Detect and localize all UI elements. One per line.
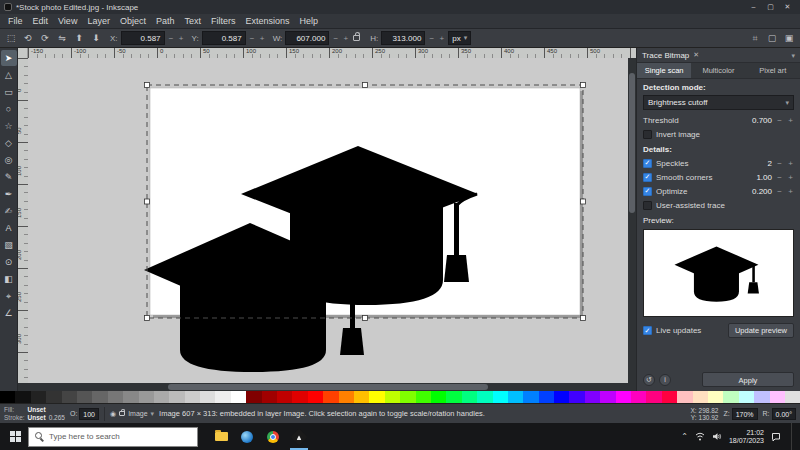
flip-horizontal-icon[interactable]: ⇋ bbox=[55, 33, 69, 43]
dropper-tool[interactable]: ⊙ bbox=[1, 254, 17, 270]
palette-swatch[interactable] bbox=[323, 391, 338, 403]
palette-swatch[interactable] bbox=[292, 391, 307, 403]
tab-pixel-art[interactable]: Pixel art bbox=[746, 63, 800, 78]
selector-tool[interactable]: ➤ bbox=[1, 50, 17, 66]
inkscape-taskbar-icon[interactable] bbox=[286, 423, 312, 450]
text-tool[interactable]: A bbox=[1, 220, 17, 236]
reset-settings-icon[interactable]: ↺ bbox=[643, 374, 655, 386]
palette-swatch[interactable] bbox=[246, 391, 261, 403]
palette-swatch[interactable] bbox=[62, 391, 77, 403]
threshold-decrease-button[interactable]: − bbox=[776, 116, 783, 125]
palette-swatch[interactable] bbox=[139, 391, 154, 403]
apply-button[interactable]: Apply bbox=[702, 372, 794, 387]
x-decrease-button[interactable]: − bbox=[168, 34, 175, 43]
palette-swatch[interactable] bbox=[723, 391, 738, 403]
circle-tool[interactable]: ○ bbox=[1, 101, 17, 117]
layer-lock-icon[interactable] bbox=[119, 411, 125, 416]
w-increase-button[interactable]: + bbox=[342, 34, 349, 43]
palette-swatch[interactable] bbox=[754, 391, 769, 403]
palette-swatch[interactable] bbox=[539, 391, 554, 403]
maximize-button[interactable]: ▢ bbox=[762, 3, 779, 11]
trace-info-icon[interactable]: i bbox=[659, 374, 671, 386]
layer-selector[interactable]: ◉ Image bbox=[110, 410, 154, 418]
palette-swatch[interactable] bbox=[92, 391, 107, 403]
dialog-close-icon[interactable]: ✕ bbox=[693, 51, 699, 59]
tray-expand-icon[interactable]: ⌃ bbox=[681, 432, 688, 441]
spiral-tool[interactable]: ◎ bbox=[1, 152, 17, 168]
palette-swatch[interactable] bbox=[585, 391, 600, 403]
palette-swatch[interactable] bbox=[169, 391, 184, 403]
snap-controls-icon[interactable]: ⌗ bbox=[748, 33, 762, 44]
palette-swatch[interactable] bbox=[308, 391, 323, 403]
opacity-value[interactable]: 100 bbox=[79, 408, 99, 420]
gradient-tool[interactable]: ▧ bbox=[1, 237, 17, 253]
palette-swatch[interactable] bbox=[493, 391, 508, 403]
palette-swatch[interactable] bbox=[385, 391, 400, 403]
rotation-control[interactable]: R: 0.00° bbox=[763, 408, 796, 420]
start-button[interactable] bbox=[2, 423, 28, 450]
palette-swatch[interactable] bbox=[616, 391, 631, 403]
palette-swatch[interactable] bbox=[400, 391, 415, 403]
y-increase-button[interactable]: + bbox=[259, 34, 266, 43]
units-dropdown[interactable]: px bbox=[448, 31, 471, 45]
taskbar-clock[interactable]: 21:02 18/07/2023 bbox=[729, 429, 764, 445]
speckles-value[interactable]: 2 bbox=[746, 159, 772, 168]
zoom-tool[interactable]: ⌖ bbox=[1, 288, 17, 304]
palette-swatch[interactable] bbox=[0, 391, 15, 403]
palette-swatch[interactable] bbox=[523, 391, 538, 403]
palette-swatch[interactable] bbox=[569, 391, 584, 403]
invert-image-checkbox[interactable] bbox=[643, 130, 652, 139]
palette-swatch[interactable] bbox=[477, 391, 492, 403]
optimize-checkbox[interactable] bbox=[643, 187, 652, 196]
palette-swatch[interactable] bbox=[369, 391, 384, 403]
star-tool[interactable]: ☆ bbox=[1, 118, 17, 134]
palette-swatch[interactable] bbox=[600, 391, 615, 403]
palette-swatch[interactable] bbox=[662, 391, 677, 403]
palette-swatch[interactable] bbox=[108, 391, 123, 403]
palette-swatch[interactable] bbox=[154, 391, 169, 403]
x-field[interactable]: 0.587 bbox=[121, 31, 165, 45]
menu-path[interactable]: Path bbox=[151, 14, 180, 29]
action-center-icon[interactable] bbox=[771, 432, 781, 442]
y-decrease-button[interactable]: − bbox=[249, 34, 256, 43]
taskbar-search[interactable]: Type here to search bbox=[28, 427, 198, 447]
palette-swatch[interactable] bbox=[770, 391, 785, 403]
palette-swatch[interactable] bbox=[231, 391, 246, 403]
zoom-page-icon[interactable]: ▣ bbox=[782, 33, 796, 44]
palette-swatch[interactable] bbox=[215, 391, 230, 403]
zoom-value[interactable]: 170% bbox=[732, 408, 758, 420]
tab-multicolor[interactable]: Multicolor bbox=[691, 63, 745, 78]
palette-swatch[interactable] bbox=[508, 391, 523, 403]
palette-swatch[interactable] bbox=[677, 391, 692, 403]
lower-icon[interactable]: ⬇ bbox=[89, 33, 103, 43]
h-increase-button[interactable]: + bbox=[438, 34, 445, 43]
x-increase-button[interactable]: + bbox=[178, 34, 185, 43]
palette-swatch[interactable] bbox=[739, 391, 754, 403]
opacity-control[interactable]: O: 100 bbox=[70, 408, 99, 420]
palette-swatch[interactable] bbox=[46, 391, 61, 403]
chrome-icon[interactable] bbox=[260, 423, 286, 450]
file-explorer-icon[interactable] bbox=[208, 423, 234, 450]
measure-tool[interactable]: ∠ bbox=[1, 305, 17, 321]
optimize-value[interactable]: 0.200 bbox=[746, 187, 772, 196]
speckles-increase-button[interactable]: + bbox=[787, 159, 794, 168]
smooth-decrease-button[interactable]: − bbox=[776, 173, 783, 182]
smooth-corners-value[interactable]: 1.00 bbox=[746, 173, 772, 182]
height-field[interactable]: 313.000 bbox=[381, 31, 425, 45]
menu-help[interactable]: Help bbox=[294, 14, 323, 29]
palette-swatch[interactable] bbox=[693, 391, 708, 403]
palette-swatch[interactable] bbox=[416, 391, 431, 403]
fill-stroke-indicator[interactable]: Fill: Unset Stroke: Unset 0.265 bbox=[4, 406, 65, 421]
h-decrease-button[interactable]: − bbox=[428, 34, 435, 43]
menu-layer[interactable]: Layer bbox=[82, 14, 115, 29]
menu-view[interactable]: View bbox=[53, 14, 82, 29]
detection-mode-dropdown[interactable]: Brightness cutoff bbox=[643, 95, 794, 110]
menu-text[interactable]: Text bbox=[179, 14, 206, 29]
palette-swatch[interactable] bbox=[123, 391, 138, 403]
optimize-decrease-button[interactable]: − bbox=[776, 187, 783, 196]
palette-swatch[interactable] bbox=[15, 391, 30, 403]
menu-extensions[interactable]: Extensions bbox=[240, 14, 294, 29]
layer-name[interactable]: Image bbox=[128, 410, 147, 417]
node-tool[interactable]: △ bbox=[1, 67, 17, 83]
smooth-corners-checkbox[interactable] bbox=[643, 173, 652, 182]
